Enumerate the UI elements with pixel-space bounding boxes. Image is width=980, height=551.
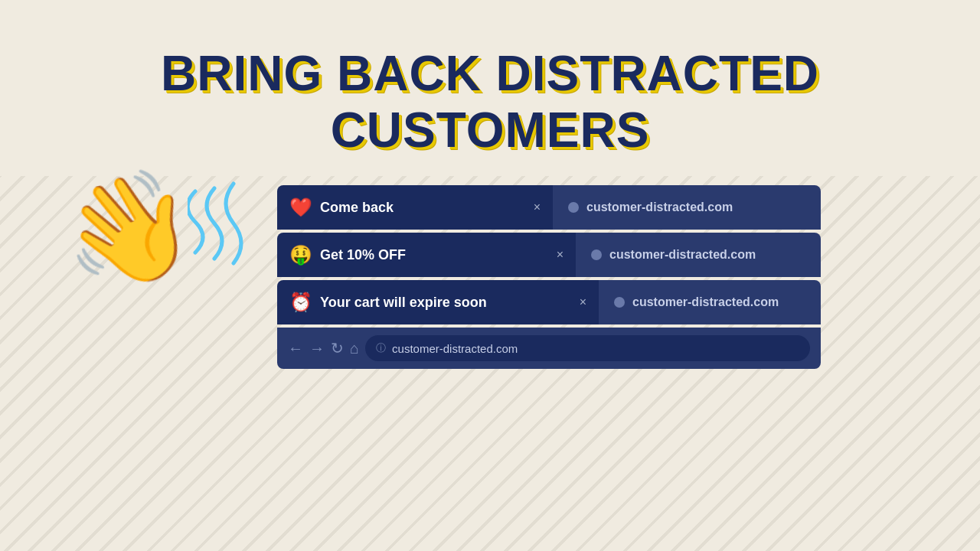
page-headline: BRING BACK DISTRACTED CUSTOMERS [161, 46, 819, 158]
notification-tab-3: ⏰ Your cart will expire soon × [277, 280, 599, 324]
notification-text-1: Come back [320, 200, 528, 216]
domain-panel-3: customer-distracted.com [599, 280, 821, 324]
headline-line2: CUSTOMERS [331, 103, 650, 158]
notification-text-2: Get 10% OFF [320, 247, 550, 263]
heart-icon: ❤️ [289, 197, 312, 218]
domain-dot-1 [568, 202, 579, 213]
browser-chrome-bar: ← → ↻ ⌂ ⓘ customer-distracted.com [277, 328, 821, 369]
address-bar[interactable]: ⓘ customer-distracted.com [365, 335, 810, 361]
home-button[interactable]: ⌂ [350, 340, 359, 357]
domain-dot-2 [591, 249, 602, 260]
domain-url-2: customer-distracted.com [609, 248, 756, 262]
notification-row-3: ⏰ Your cart will expire soon × customer-… [277, 280, 821, 324]
illustration-area: 👋 [61, 176, 195, 283]
notification-row-1: ❤️ Come back × customer-distracted.com [277, 185, 821, 230]
browser-url: customer-distracted.com [392, 342, 518, 355]
notifications-container: ❤️ Come back × customer-distracted.com 🤑… [277, 185, 821, 369]
notification-tab-2: 🤑 Get 10% OFF × [277, 233, 576, 277]
domain-panel-1: customer-distracted.com [553, 185, 821, 230]
forward-button[interactable]: → [309, 340, 325, 357]
domain-url-3: customer-distracted.com [632, 295, 779, 309]
close-button-3[interactable]: × [580, 295, 586, 309]
waving-hand-icon: 👋 [53, 165, 204, 294]
domain-dot-3 [614, 297, 625, 308]
alarm-icon: ⏰ [289, 292, 312, 313]
notification-tab-1: ❤️ Come back × [277, 185, 553, 230]
close-button-2[interactable]: × [557, 248, 564, 262]
refresh-button[interactable]: ↻ [331, 339, 344, 357]
headline-line1: BRING BACK DISTRACTED [161, 46, 819, 101]
notification-row-2: 🤑 Get 10% OFF × customer-distracted.com [277, 233, 821, 277]
money-icon: 🤑 [289, 244, 312, 266]
close-button-1[interactable]: × [534, 201, 541, 214]
back-button[interactable]: ← [288, 340, 303, 357]
lock-icon: ⓘ [376, 341, 386, 355]
notification-text-3: Your cart will expire soon [320, 295, 573, 311]
domain-url-1: customer-distracted.com [586, 201, 733, 214]
domain-panel-2: customer-distracted.com [576, 233, 821, 277]
